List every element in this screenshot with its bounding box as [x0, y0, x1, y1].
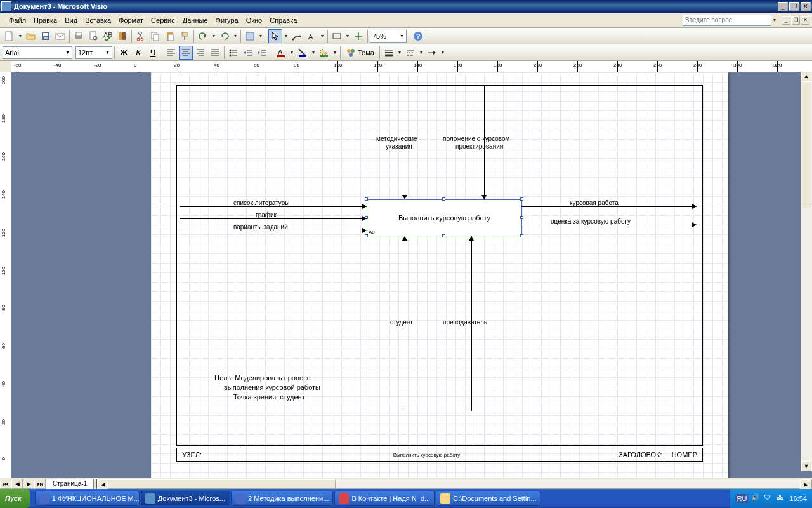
italic-button[interactable]: К	[131, 46, 145, 60]
taskbar-item-3[interactable]: 2 Методика выполнени...	[231, 491, 333, 506]
page-tab-1[interactable]: Страница-1	[46, 479, 94, 489]
font-color-button[interactable]: A	[274, 46, 288, 60]
menu-window[interactable]: Окно	[242, 15, 266, 25]
arrow-input-1[interactable]	[180, 206, 367, 207]
doc-restore-button[interactable]: ❐	[791, 16, 800, 25]
font-name-combo[interactable]: ▼	[3, 46, 72, 59]
save-button[interactable]	[39, 29, 53, 43]
menu-view[interactable]: Вид	[61, 15, 81, 25]
help-search-input[interactable]	[683, 15, 771, 26]
connector-tool-button[interactable]	[290, 29, 304, 43]
new-button[interactable]	[3, 29, 16, 43]
menu-insert[interactable]: Вставка	[81, 15, 115, 25]
redo-button[interactable]	[218, 29, 232, 43]
menu-shape[interactable]: Фигура	[212, 15, 242, 25]
start-button[interactable]: Пуск	[0, 489, 30, 508]
menu-help[interactable]: Справка	[266, 15, 301, 25]
selection-handle[interactable]	[442, 197, 445, 201]
shapes-window-button[interactable]	[243, 29, 257, 43]
menu-format[interactable]: Формат	[115, 15, 147, 25]
connection-point-button[interactable]	[351, 29, 365, 43]
line-weight-dropdown[interactable]: ▼	[396, 46, 403, 60]
drawing-canvas[interactable]: Выполнить курсовую работу A0 список лите…	[11, 72, 812, 478]
line-color-dropdown[interactable]: ▼	[310, 46, 317, 60]
new-dropdown[interactable]: ▼	[17, 29, 23, 43]
language-indicator[interactable]: RU	[735, 494, 749, 503]
prev-page-button[interactable]: ◀	[11, 479, 23, 489]
redo-dropdown[interactable]: ▼	[232, 29, 239, 43]
shapes-dropdown[interactable]: ▼	[258, 29, 264, 43]
line-weight-button[interactable]	[382, 46, 396, 60]
line-pattern-button[interactable]	[403, 46, 417, 60]
scroll-right-button[interactable]: ▶	[800, 479, 811, 490]
doc-minimize-button[interactable]: _	[782, 16, 790, 25]
bullets-button[interactable]	[226, 46, 240, 60]
help-button[interactable]: ?	[411, 29, 425, 43]
pointer-tool-button[interactable]	[268, 29, 282, 43]
theme-button[interactable]: Тема	[343, 46, 377, 60]
hscroll-thumb[interactable]	[107, 479, 336, 488]
menu-tools[interactable]: Сервис	[147, 15, 179, 25]
open-button[interactable]	[24, 29, 38, 43]
tray-icon-1[interactable]: 🔊	[751, 493, 761, 504]
minimize-button[interactable]: _	[778, 2, 788, 11]
fill-color-button[interactable]	[317, 46, 331, 60]
increase-indent-button[interactable]	[256, 46, 270, 60]
menu-edit[interactable]: Правка	[30, 15, 61, 25]
font-size-input[interactable]	[78, 49, 103, 57]
print-preview-button[interactable]	[86, 29, 100, 43]
line-pattern-dropdown[interactable]: ▼	[418, 46, 424, 60]
scroll-up-button[interactable]: ▲	[801, 71, 811, 81]
align-right-button[interactable]	[193, 46, 207, 60]
restore-button[interactable]: ❐	[789, 2, 799, 11]
paste-button[interactable]	[163, 29, 177, 43]
first-page-button[interactable]: ⏮	[0, 479, 11, 489]
pointer-dropdown[interactable]: ▼	[283, 29, 289, 43]
taskbar-item-1[interactable]: 1 ФУНКЦИОНАЛЬНОЕ М...	[35, 491, 140, 506]
next-page-button[interactable]: ▶	[23, 479, 34, 489]
arrow-input-2[interactable]	[180, 218, 367, 219]
text-dropdown[interactable]: ▼	[319, 29, 325, 43]
drawing-page[interactable]: Выполнить курсовую работу A0 список лите…	[151, 72, 728, 478]
arrow-input-3[interactable]	[180, 231, 367, 231]
close-button[interactable]: ✕	[801, 2, 811, 11]
rectangle-tool-button[interactable]	[330, 29, 344, 43]
taskbar-item-4[interactable]: В Контакте | Надя N_d...	[334, 491, 435, 506]
menu-data[interactable]: Данные	[179, 15, 212, 25]
selection-handle[interactable]	[520, 216, 523, 219]
scroll-down-button[interactable]: ▼	[801, 461, 811, 471]
doc-close-button[interactable]: ✕	[801, 16, 809, 25]
arrow-output-1[interactable]	[522, 206, 697, 207]
rectangle-dropdown[interactable]: ▼	[344, 29, 351, 43]
menu-file[interactable]: Файл	[5, 15, 30, 25]
align-justify-button[interactable]	[208, 46, 222, 60]
last-page-button[interactable]: ⏭	[34, 479, 46, 489]
tray-icon-2[interactable]: 🛡	[764, 493, 774, 504]
align-center-button[interactable]	[179, 46, 193, 60]
selection-handle[interactable]	[520, 197, 523, 201]
text-tool-button[interactable]: A	[304, 29, 318, 43]
cut-button[interactable]	[134, 29, 148, 43]
font-size-combo[interactable]: ▼	[75, 46, 112, 59]
taskbar-item-2[interactable]: Документ3 - Micros...	[141, 491, 230, 506]
line-color-button[interactable]	[296, 46, 310, 60]
idef0-activity-box[interactable]: Выполнить курсовую работу A0	[367, 199, 522, 236]
underline-button[interactable]: Ч	[146, 46, 160, 60]
help-dropdown[interactable]: ▼	[771, 13, 778, 27]
format-painter-button[interactable]	[178, 29, 192, 43]
decrease-indent-button[interactable]	[241, 46, 255, 60]
bold-button[interactable]: Ж	[117, 46, 131, 60]
tray-icon-3[interactable]: 🖧	[776, 493, 787, 504]
font-color-dropdown[interactable]: ▼	[289, 46, 295, 60]
vscroll-thumb[interactable]	[802, 81, 811, 208]
line-ends-dropdown[interactable]: ▼	[440, 46, 446, 60]
horizontal-scrollbar[interactable]: ◀ ▶	[96, 479, 812, 489]
selection-handle[interactable]	[365, 234, 368, 237]
line-ends-button[interactable]	[425, 46, 439, 60]
print-button[interactable]	[72, 29, 86, 43]
selection-handle[interactable]	[442, 234, 445, 237]
taskbar-item-5[interactable]: C:\Documents and Settin...	[436, 491, 540, 506]
selection-handle[interactable]	[365, 197, 368, 201]
clock[interactable]: 16:54	[789, 495, 807, 502]
vertical-scrollbar[interactable]: ▲ ▼	[801, 71, 812, 471]
